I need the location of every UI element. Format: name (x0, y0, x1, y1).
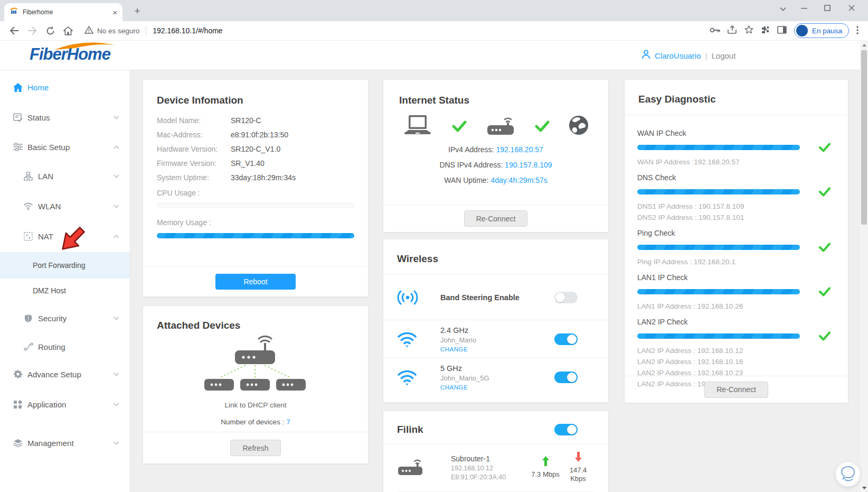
security-chip[interactable]: No es seguro (84, 26, 139, 35)
chat-bubble-icon (840, 466, 856, 482)
chevron-down-icon (114, 441, 119, 445)
dhcp-topology-icon (157, 336, 354, 395)
check-icon (818, 243, 831, 252)
dns-line: DNS IPv4 Address: 190.157.8.109 (399, 161, 592, 169)
device-count-line: Number of devices : 7 (157, 418, 354, 426)
window-chevron-icon[interactable] (775, 2, 791, 16)
download-rate: 147.4Kbps (562, 452, 595, 483)
url-text[interactable]: 192.168.10.1/#/home (153, 26, 222, 35)
subrouter-mac: E8:91:0F:20:3A:40 (451, 474, 529, 481)
help-chat-button[interactable] (835, 461, 861, 487)
wifi-2g-toggle[interactable] (554, 333, 578, 345)
extensions-puzzle-icon[interactable] (761, 25, 770, 36)
browser-menu-icon[interactable] (856, 26, 858, 36)
scrollbar-thumb[interactable] (861, 50, 867, 225)
band-label: 2.4 GHz (440, 326, 554, 335)
sidebar-item-application[interactable]: Application (0, 391, 130, 417)
filink-panel: Filink Subrouter-1 192.168.10.12 E8:91:0… (383, 411, 609, 492)
sidebar-item-wlan[interactable]: WLAN (0, 193, 130, 219)
back-icon[interactable] (6, 23, 22, 39)
profile-paused-badge[interactable]: En pausa (794, 23, 849, 38)
progress-bar (637, 245, 800, 250)
change-link[interactable]: CHANGE (440, 346, 554, 352)
username[interactable]: ClaroUsuario (655, 51, 701, 60)
home-icon[interactable] (60, 23, 76, 39)
logo-swoosh (53, 41, 117, 53)
scroll-up-icon[interactable] (860, 41, 868, 49)
new-tab-button[interactable]: + (131, 5, 144, 17)
sidebar-item-routing[interactable]: Routing (0, 333, 130, 360)
attached-devices-panel: Attached Devices (143, 305, 369, 464)
device-info-row: System Uptime:33day:18h:29m:34s (157, 173, 354, 182)
laptop-icon (402, 115, 433, 137)
refresh-button[interactable]: Refresh (230, 440, 280, 456)
reload-icon[interactable] (42, 23, 58, 39)
progress-bar (637, 289, 800, 294)
window-maximize-button[interactable] (819, 2, 835, 16)
url-divider (146, 26, 146, 35)
reboot-button[interactable]: Reboot (215, 274, 296, 290)
sidebar-item-lan[interactable]: LAN (0, 163, 130, 189)
side-panel-icon[interactable] (777, 26, 787, 36)
down-arrow-icon (575, 452, 582, 462)
band-steering-toggle[interactable] (554, 292, 578, 303)
logout-link[interactable]: Logout (711, 51, 735, 60)
sidebar-item-advance-setup[interactable]: Advance Setup (0, 361, 130, 387)
page-header: FiberHome ClaroUsuario | Logout (0, 41, 868, 70)
sidebar-item-management[interactable]: Management (0, 430, 130, 456)
uptime-line: WAN Uptime: 4day:4h:29m:57s (399, 176, 592, 184)
subrouter-icon (397, 457, 428, 478)
sidebar-item-status[interactable]: Status (0, 104, 130, 131)
easy-diagnostic-panel: Easy Diagnostic WAN IP Check WAN IP Addr… (624, 79, 848, 403)
check-icon (535, 120, 550, 132)
favicon (10, 7, 18, 17)
device-info-row: Hardware Version:SR120-C_V1.0 (157, 145, 354, 153)
page-scrollbar[interactable] (860, 41, 868, 492)
user-icon (641, 50, 650, 61)
browser-tab[interactable]: Fiberhome × (4, 3, 122, 21)
window-minimize-button[interactable] (796, 2, 812, 16)
ssid-label: John_Mario (440, 336, 554, 344)
check-icon (452, 120, 467, 132)
reconnect-button[interactable]: Re-Connect (464, 210, 528, 227)
sidebar-item-basic-setup[interactable]: Basic Setup (0, 134, 130, 160)
avatar (796, 25, 808, 36)
wifi-2g-row: 2.4 GHz John_Mario CHANGE (383, 320, 608, 358)
cpu-usage-bar (157, 203, 354, 208)
check-icon (818, 187, 831, 197)
chevron-down-icon (114, 317, 119, 320)
chevron-up-icon (114, 235, 119, 238)
chevron-down-icon (114, 174, 119, 178)
filink-toggle[interactable] (554, 424, 578, 435)
up-arrow-icon (542, 456, 549, 466)
wifi-icon (397, 331, 424, 347)
wireless-title: Wireless (397, 253, 595, 265)
sidebar-item-home[interactable]: Home (0, 74, 130, 100)
basic-setup-icon (13, 142, 23, 152)
window-close-button[interactable] (844, 2, 860, 16)
band-steering-row: Band Steering Enable (383, 274, 608, 320)
bookmark-star-icon[interactable] (744, 25, 753, 36)
change-link[interactable]: CHANGE (440, 384, 554, 391)
scroll-down-icon[interactable] (860, 484, 868, 492)
header-separator: | (705, 51, 707, 60)
diagnostic-reconnect-button[interactable]: Re-Connect (704, 382, 768, 398)
upload-rate: 7.3 Mbps (529, 456, 562, 479)
security-warning-label: No es seguro (97, 27, 139, 35)
shield-icon (23, 313, 33, 323)
sidebar-item-dmz-host[interactable]: DMZ Host (0, 277, 130, 304)
subrouter-name: Subrouter-1 (451, 454, 529, 463)
device-info-panel: Device Infomation Model Name:SR120-C Mac… (143, 79, 369, 297)
profile-badge-label: En pausa (812, 27, 842, 35)
sidebar-item-security[interactable]: Security (0, 305, 130, 331)
wlan-icon (23, 201, 33, 211)
forward-icon[interactable] (24, 23, 40, 39)
share-icon[interactable] (728, 25, 737, 36)
cpu-usage-label: CPU Usage : (157, 189, 354, 197)
tab-close-icon[interactable]: × (112, 8, 117, 16)
wifi-5g-toggle[interactable] (554, 372, 578, 383)
key-icon[interactable] (710, 26, 720, 35)
progress-bar (637, 333, 800, 339)
nat-icon (23, 231, 33, 242)
wireless-panel: Wireless Band Steering Enable 2.4 GHz Jo… (383, 239, 609, 403)
